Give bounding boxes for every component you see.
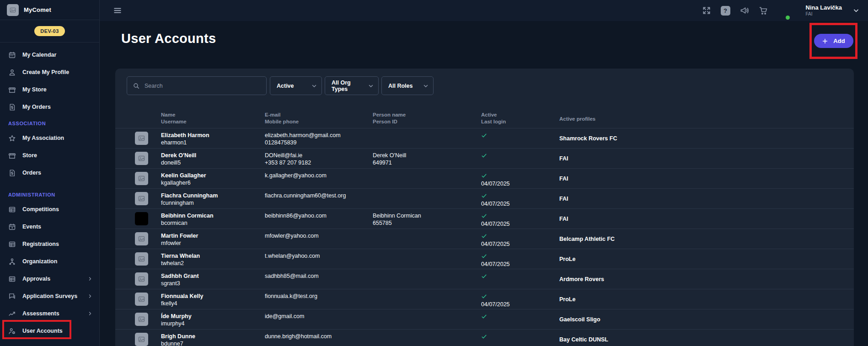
row-avatar: [115, 232, 161, 245]
chevron-down-icon: [368, 83, 374, 89]
cell-person: [373, 269, 481, 272]
sidebar-item-approvals[interactable]: Approvals: [0, 270, 99, 287]
username: eharmon1: [161, 139, 265, 146]
cell-profiles: ProLe: [559, 256, 854, 263]
sidebar-item-organization[interactable]: Organization: [0, 253, 99, 270]
cell-name: Sadhbh Grantsgrant3: [161, 269, 265, 287]
org-type-filter-select[interactable]: All Org Types: [325, 76, 379, 95]
cart-icon[interactable]: [759, 6, 768, 15]
sidebar-item-label: User Accounts: [22, 328, 63, 334]
table-icon: [8, 206, 16, 213]
avatar-placeholder-icon: [135, 333, 148, 346]
user-full-name: Fionnuala Kelly: [161, 293, 265, 300]
status-filter-select[interactable]: Active: [270, 76, 322, 95]
sidebar-item-label: Organization: [22, 258, 57, 265]
last-login: 04/07/2025: [481, 261, 559, 268]
cell-active: 04/07/2025: [481, 289, 559, 308]
user-menu[interactable]: Nina Lavička FAI: [806, 4, 842, 17]
header-line: Name: [161, 112, 265, 118]
username: doneill5: [161, 159, 265, 166]
sidebar-item-user-accounts[interactable]: User Accounts: [0, 322, 99, 340]
header-line: Person name: [373, 112, 481, 118]
user-full-name: Tierna Whelan: [161, 252, 265, 260]
cell-name: Derek O'Neilldoneill5: [161, 149, 265, 166]
row-avatar: [115, 172, 161, 185]
sidebar-item-orders[interactable]: Orders: [0, 164, 99, 181]
table-icon: [8, 240, 16, 248]
sidebar-item-label: Orders: [22, 170, 41, 176]
image-icon: [138, 195, 145, 202]
user-full-name: Fiachra Cunningham: [161, 192, 265, 199]
search-input[interactable]: [145, 83, 261, 89]
announcements-icon[interactable]: [740, 6, 749, 15]
table-row[interactable]: Tierna Whelantwhelan2 t.whelan@yahoo.com…: [115, 249, 854, 269]
sidebar-item-my-store[interactable]: My Store: [0, 81, 99, 98]
add-button[interactable]: Add: [814, 34, 853, 48]
sidebar-item-my-association[interactable]: My Association: [0, 129, 99, 147]
sidebar-item-label: Create My Profile: [22, 69, 69, 75]
image-icon: [138, 335, 145, 343]
sidebar-item-assessments[interactable]: Assessments: [0, 305, 99, 322]
table-row[interactable]: Elizabeth Harmoneharmon1 elizabeth.harmo…: [115, 128, 854, 148]
header-line: Active: [481, 112, 559, 118]
sidebar-item-create-my-profile[interactable]: Create My Profile: [0, 64, 99, 81]
cell-email: elizabeth.harmon@gmail.com0128475839: [265, 128, 373, 146]
sidebar-logo-row[interactable]: MyComet: [0, 0, 99, 20]
cell-name: Elizabeth Harmoneharmon1: [161, 128, 265, 146]
cell-name: Fiachra Cunninghamfcunningham: [161, 189, 265, 207]
email: fiachra.cunningham60@test.org: [265, 192, 373, 199]
sidebar-item-registrations[interactable]: Registrations: [0, 235, 99, 253]
table-row[interactable]: Íde Murphyimurphy4 ide@gmail.com Gaelsco…: [115, 309, 854, 329]
image-icon: [138, 235, 145, 243]
cell-active: [481, 309, 559, 319]
active-check-icon: [481, 314, 487, 319]
person-name: Beibhinn Cormican: [373, 212, 481, 219]
help-icon[interactable]: ?: [721, 6, 730, 16]
cell-name: Tierna Whelantwhelan2: [161, 249, 265, 267]
user-full-name: Íde Murphy: [161, 313, 265, 320]
table-row[interactable]: Brígh Dunnebdunne7 dunne.brigh@hotmail.c…: [115, 329, 854, 346]
chevron-down-icon: [311, 83, 317, 89]
user-full-name: Martin Fowler: [161, 232, 265, 240]
status-filter-value: Active: [277, 83, 294, 89]
table-row[interactable]: Sadhbh Grantsgrant3 sadhbh85@mail.com Ar…: [115, 269, 854, 289]
role-filter-select[interactable]: All Roles: [381, 76, 434, 95]
fullscreen-icon[interactable]: [702, 6, 711, 15]
avatar-placeholder-icon: [135, 293, 148, 306]
sidebar-item-label: Events: [22, 224, 41, 230]
sidebar-item-store[interactable]: Store: [0, 147, 99, 164]
table-row[interactable]: Beibhinn Cormicanbcormican beibhinn86@ya…: [115, 208, 854, 229]
row-avatar: [115, 192, 161, 205]
sidebar-section-association: ASSOCIATION: [0, 117, 99, 129]
table-row[interactable]: Derek O'Neilldoneill5 DONeill@fai.ie+353…: [115, 148, 854, 168]
header-name: Name Username: [161, 111, 265, 126]
app-logo-icon: [7, 4, 19, 16]
active-check-icon: [481, 133, 487, 138]
chevron-down-icon[interactable]: [852, 7, 860, 14]
sidebar-item-events[interactable]: Events: [0, 218, 99, 235]
user-full-name: Sadhbh Grant: [161, 272, 265, 280]
sidebar-item-my-orders[interactable]: My Orders: [0, 98, 99, 116]
hamburger-menu-icon[interactable]: [113, 6, 122, 15]
table-row[interactable]: Keelin Gallagherkgallagher6 k.gallagher@…: [115, 168, 854, 188]
table-icon: [8, 275, 16, 283]
header-line: Mobile phone: [265, 119, 299, 124]
active-check-icon: [481, 213, 487, 219]
sidebar-item-competitions[interactable]: Competitions: [0, 201, 99, 218]
online-status-dot: [786, 16, 790, 20]
user-full-name: Keelin Gallagher: [161, 172, 265, 179]
sidebar-item-my-calendar[interactable]: My Calendar: [0, 46, 99, 64]
table-row[interactable]: Fionnuala Kellyfkelly4 fionnuala.k@test.…: [115, 289, 854, 309]
image-icon: [138, 134, 145, 142]
table-row[interactable]: Fiachra Cunninghamfcunningham fiachra.cu…: [115, 188, 854, 208]
avatar-photo: [135, 212, 148, 225]
cell-profiles: Ardmore Rovers: [559, 276, 854, 283]
image-icon: [9, 6, 16, 14]
sidebar-item-application-surveys[interactable]: Application Surveys: [0, 287, 99, 305]
cell-active: 04/07/2025: [481, 209, 559, 228]
app-brand-name: MyComet: [24, 6, 51, 13]
cell-active: 04/07/2025: [481, 229, 559, 248]
user-avatar[interactable]: [780, 5, 793, 17]
table-row[interactable]: Martin Fowlermfowler mfowler@yahoo.com 0…: [115, 229, 854, 249]
header-line: Person ID: [373, 119, 397, 124]
